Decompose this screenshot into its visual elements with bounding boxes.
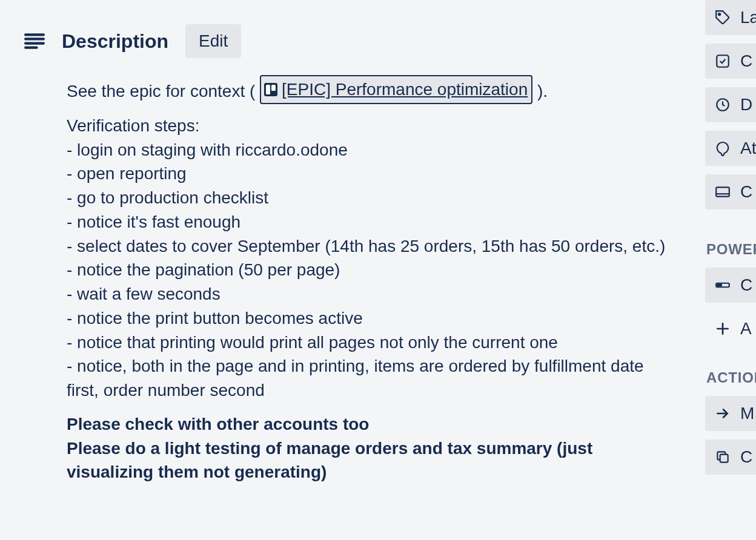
description-intro: See the epic for context ( [EPIC] Perfor… (67, 75, 678, 104)
svg-rect-2 (24, 42, 45, 44)
description-body: See the epic for context ( [EPIC] Perfor… (67, 75, 678, 484)
description-header: Description Edit (24, 24, 678, 58)
svg-rect-6 (271, 85, 276, 91)
add-powerup-button[interactable]: A (705, 311, 756, 346)
svg-rect-5 (266, 85, 270, 94)
edit-button[interactable]: Edit (185, 24, 241, 58)
description-bold-notes: Please check with other accounts tooPlea… (67, 412, 678, 484)
cover-icon (715, 184, 731, 200)
svg-rect-1 (24, 38, 45, 40)
copy-button[interactable]: C (705, 440, 756, 475)
copy-icon (715, 449, 731, 465)
section-powerups: POWER (705, 241, 756, 258)
powerup-button[interactable]: C (705, 268, 756, 303)
description-icon (24, 33, 45, 50)
checklist-button[interactable]: C (705, 44, 756, 79)
description-title: Description (62, 30, 168, 53)
svg-rect-13 (717, 285, 721, 286)
move-button[interactable]: M (705, 396, 756, 431)
section-actions: ACTION (705, 369, 756, 386)
epic-link-text: [EPIC] Performance optimization (282, 77, 528, 102)
attachment-icon (715, 140, 731, 156)
sidebar: LaCDAtC POWER C A ACTION MC (705, 0, 756, 483)
checklist-icon (715, 53, 731, 69)
dates-icon (715, 97, 731, 113)
svg-rect-8 (717, 55, 729, 67)
svg-rect-3 (24, 47, 38, 49)
field-icon (715, 277, 731, 293)
svg-point-7 (718, 13, 720, 15)
dates-button[interactable]: D (705, 87, 756, 122)
svg-rect-0 (24, 33, 45, 36)
move-icon (715, 406, 731, 421)
svg-rect-17 (720, 455, 728, 463)
labels-button[interactable]: La (705, 0, 756, 35)
labels-icon (715, 10, 731, 25)
plus-icon (715, 321, 731, 337)
svg-rect-10 (716, 187, 729, 196)
attachment-button[interactable]: At (705, 131, 756, 166)
trello-icon (264, 82, 278, 97)
epic-link[interactable]: [EPIC] Performance optimization (260, 75, 532, 104)
verification-steps: Verification steps:- login on staging wi… (67, 114, 678, 403)
cover-button[interactable]: C (705, 174, 756, 209)
